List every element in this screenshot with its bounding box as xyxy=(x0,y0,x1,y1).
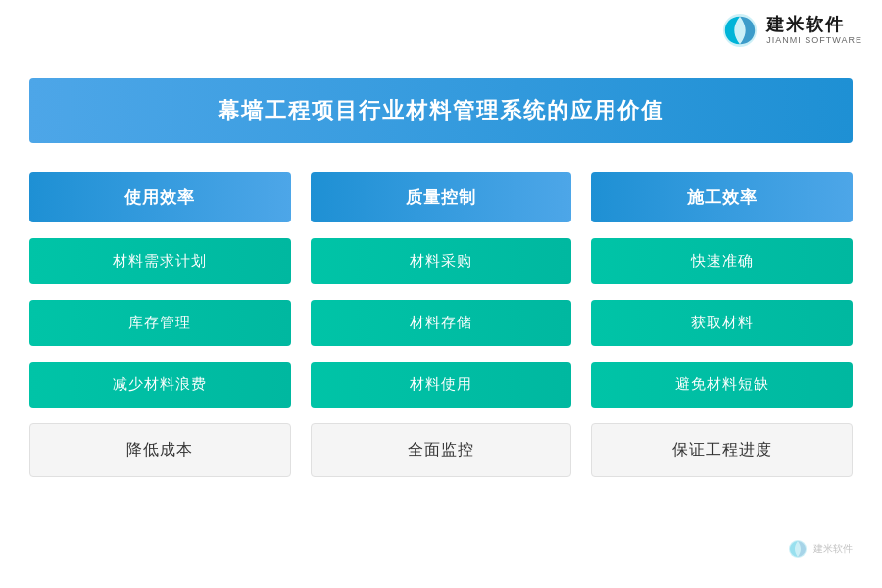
col3-header: 施工效率 xyxy=(591,172,853,222)
logo-area: 建米软件 JIANMI SOFTWARE xyxy=(721,12,862,49)
col2-item3: 材料使用 xyxy=(311,362,572,408)
watermark-icon xyxy=(788,539,808,559)
bottom-item-2: 全面监控 xyxy=(311,423,572,477)
col3-item3: 避免材料短缺 xyxy=(591,362,853,408)
title-banner: 幕墙工程项目行业材料管理系统的应用价值 xyxy=(29,78,853,143)
page-title: 幕墙工程项目行业材料管理系统的应用价值 xyxy=(218,98,664,122)
col1-header: 使用效率 xyxy=(29,172,291,222)
logo-text-container: 建米软件 JIANMI SOFTWARE xyxy=(766,15,862,46)
col1-item1: 材料需求计划 xyxy=(29,238,291,284)
col2-item2: 材料存储 xyxy=(311,300,572,346)
bottom-item-3: 保证工程进度 xyxy=(591,423,853,477)
col1-item2: 库存管理 xyxy=(29,300,291,346)
logo-icon xyxy=(721,12,759,49)
bottom-row: 降低成本 全面监控 保证工程进度 xyxy=(29,423,853,477)
col3-item2: 获取材料 xyxy=(591,300,853,346)
grid-container: 使用效率 质量控制 施工效率 材料需求计划 材料采购 快速准确 库存管理 材料存… xyxy=(29,172,853,408)
logo-cn: 建米软件 xyxy=(766,15,862,36)
bottom-item-1: 降低成本 xyxy=(29,423,291,477)
col3-item1: 快速准确 xyxy=(591,238,853,284)
watermark: 建米软件 xyxy=(788,539,853,559)
logo-en: JIANMI SOFTWARE xyxy=(766,35,862,46)
col1-item3: 减少材料浪费 xyxy=(29,362,291,408)
main-content: 幕墙工程项目行业材料管理系统的应用价值 使用效率 质量控制 施工效率 材料需求计… xyxy=(29,78,853,477)
col2-item1: 材料采购 xyxy=(311,238,572,284)
col2-header: 质量控制 xyxy=(311,172,572,222)
watermark-label: 建米软件 xyxy=(813,542,853,556)
